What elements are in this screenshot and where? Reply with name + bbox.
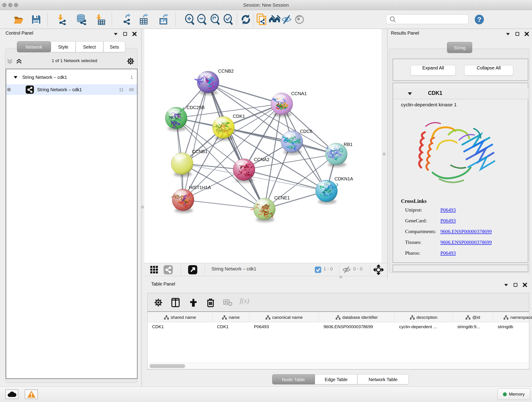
float-panel-icon[interactable]: [513, 283, 518, 287]
network-node-hist1h1a[interactable]: [171, 189, 194, 211]
tab-network-table[interactable]: Network Table: [357, 374, 409, 384]
network-node-cdkn1a[interactable]: [316, 180, 338, 202]
warning-button[interactable]: [25, 389, 38, 399]
network-node-ccnb1[interactable]: [171, 153, 193, 175]
table-cell[interactable]: stringdb: [493, 322, 532, 332]
table-gear-icon[interactable]: [154, 298, 163, 307]
save-session-icon[interactable]: [30, 13, 42, 26]
network-node-ccnb2[interactable]: [195, 71, 219, 93]
collapse-all-button[interactable]: Collapse All: [464, 65, 513, 76]
close-panel-icon[interactable]: [132, 32, 137, 36]
zoom-selected-icon[interactable]: [222, 13, 234, 26]
add-row-icon[interactable]: [189, 298, 197, 307]
import-table-icon[interactable]: [94, 13, 106, 26]
gene-section-header[interactable]: CDK1: [393, 88, 528, 99]
gene-expander-icon[interactable]: [408, 92, 412, 95]
network-options-gear-icon[interactable]: [127, 57, 134, 65]
network-thumbnail-icon[interactable]: [164, 265, 173, 274]
import-database-icon[interactable]: [75, 13, 87, 26]
expand-all-button[interactable]: Expand All: [411, 65, 456, 76]
delete-table-icon[interactable]: [223, 299, 232, 307]
zoom-in-icon[interactable]: [184, 13, 196, 26]
tab-select[interactable]: Select: [76, 41, 103, 52]
network-edge[interactable]: [183, 82, 208, 200]
table-cell[interactable]: CDK1: [147, 322, 212, 332]
collapse-panel-icon[interactable]: [504, 283, 508, 287]
zoom-fit-icon[interactable]: [209, 13, 221, 26]
network-node-ccna1[interactable]: [271, 93, 293, 115]
network-collection-row[interactable]: String Network – cdk1 1: [6, 72, 137, 83]
crosslink-value[interactable]: 9606.ENSP00000378699: [440, 229, 492, 235]
network-node-cdk1[interactable]: [212, 116, 234, 138]
close-panel-icon[interactable]: [523, 283, 527, 287]
tab-string[interactable]: String: [447, 42, 472, 53]
expand-all-icon[interactable]: [16, 59, 22, 64]
help-icon[interactable]: ?: [473, 13, 485, 26]
refresh-icon[interactable]: [240, 13, 252, 26]
canvas-results-splitter[interactable]: [381, 29, 387, 263]
table-row[interactable]: CDK1CDK1P064939606.ENSP00000378699cyclin…: [147, 322, 529, 332]
network-edge[interactable]: [183, 200, 264, 209]
hidden-eye-icon[interactable]: [342, 266, 351, 274]
open-in-window-icon[interactable]: [188, 265, 197, 274]
float-panel-icon[interactable]: [123, 32, 127, 36]
search-input[interactable]: [386, 14, 469, 24]
network-edge[interactable]: [208, 82, 264, 209]
splitter-grip[interactable]: [141, 206, 144, 209]
column-header[interactable]: namespace: [493, 313, 532, 322]
export-image-icon[interactable]: [158, 13, 170, 26]
table-hscrollbar-thumb[interactable]: [150, 364, 185, 368]
zoom-out-icon[interactable]: [196, 13, 208, 26]
column-header[interactable]: description: [394, 313, 453, 322]
tab-network[interactable]: Network: [17, 41, 51, 52]
memory-button[interactable]: Memory: [497, 389, 530, 400]
crosslink-value[interactable]: P06493: [440, 250, 456, 256]
preview-eye-icon[interactable]: [293, 13, 305, 26]
network-canvas[interactable]: CCNB2CCNA1CDC25BCDK1CDC6RB1CCNB1CCNA2CDK…: [144, 29, 381, 263]
column-header[interactable]: name: [212, 313, 249, 322]
network-node-cdc25b[interactable]: [165, 107, 187, 129]
network-row-selected[interactable]: String Network – cdk1 11 48: [6, 84, 137, 95]
network-node-ccna2[interactable]: [233, 159, 255, 181]
close-panel-icon[interactable]: [525, 32, 529, 36]
table-cell[interactable]: CDK1: [212, 322, 249, 332]
collapse-panel-icon[interactable]: [114, 32, 118, 36]
delete-icon[interactable]: [207, 298, 215, 307]
table-cell[interactable]: cyclin-dependent ...: [394, 322, 453, 332]
table-hscrollbar[interactable]: [148, 363, 529, 369]
export-network-icon[interactable]: [121, 13, 133, 26]
selected-checkbox-icon[interactable]: [315, 267, 321, 273]
collapse-panel-icon[interactable]: [506, 32, 510, 36]
splitter-grip[interactable]: [383, 153, 386, 156]
crosslink-value[interactable]: 9606.ENSP00000378699: [440, 239, 492, 245]
column-header[interactable]: shared name: [147, 313, 212, 322]
home-layout-icon[interactable]: [268, 13, 280, 26]
tab-sets[interactable]: Sets: [103, 41, 125, 52]
network-node-cdc6[interactable]: [281, 131, 303, 153]
network-node-ccne1[interactable]: [250, 198, 275, 220]
table-cell[interactable]: stringdb:9...: [453, 322, 493, 332]
function-builder-icon[interactable]: f(x): [240, 297, 249, 305]
open-session-icon[interactable]: [13, 13, 25, 26]
cloud-button[interactable]: [5, 389, 18, 399]
column-header[interactable]: canonical name: [249, 313, 319, 322]
import-network-icon[interactable]: [56, 13, 68, 26]
tab-node-table[interactable]: Node Table: [272, 374, 315, 384]
column-header[interactable]: database identifier: [319, 313, 394, 322]
tab-style[interactable]: Style: [51, 41, 76, 52]
grid-view-icon[interactable]: [150, 266, 158, 274]
float-panel-icon[interactable]: [515, 32, 519, 36]
fit-content-icon[interactable]: [374, 265, 384, 275]
copy-network-icon[interactable]: [256, 13, 268, 26]
export-table-icon[interactable]: [138, 13, 150, 26]
network-edge[interactable]: [208, 82, 282, 104]
crosslink-value[interactable]: P06493: [440, 218, 456, 224]
crosslink-value[interactable]: P06493: [440, 207, 456, 213]
column-header[interactable]: @id: [453, 313, 493, 322]
tab-edge-table[interactable]: Edge Table: [315, 374, 357, 384]
add-column-icon[interactable]: [171, 298, 180, 307]
hide-unhide-icon[interactable]: [281, 13, 293, 26]
table-cell[interactable]: 9606.ENSP00000378699: [319, 322, 394, 332]
table-cell[interactable]: P06493: [249, 322, 319, 332]
collection-expander-icon[interactable]: [13, 76, 18, 79]
